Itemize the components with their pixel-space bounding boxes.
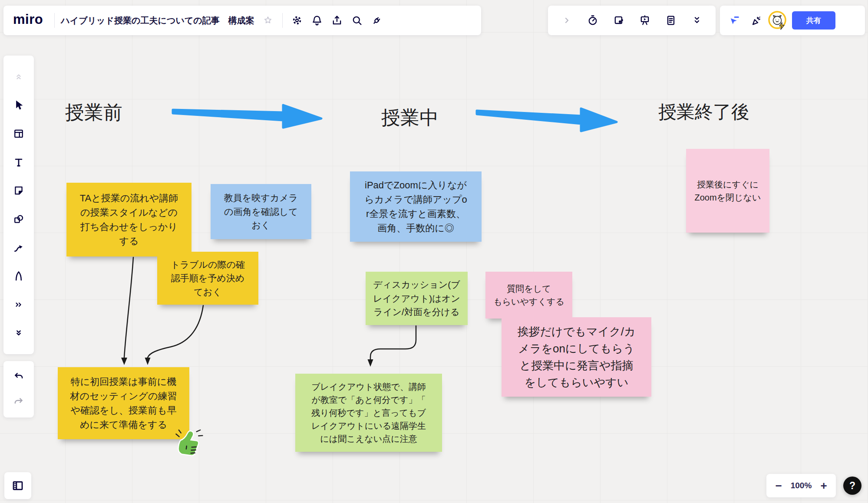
sticky-note-easy-questions[interactable]: 質問をして もらいやすくする [485,272,572,319]
collapse-down-chevrons-icon[interactable] [9,323,29,343]
sticky-note-keep-zoom-open[interactable]: 授業後にすぐに Zoomを閉じない [686,149,769,233]
favorite-star-icon[interactable] [258,10,278,30]
connector-ta-to-setup[interactable] [121,257,133,365]
timer-icon[interactable] [583,10,603,30]
creation-toolbar [3,56,34,354]
sticky-note-breakout-warning[interactable]: ブレイクアウト状態で、講師 が教室で「あと何分です」「 残り何秒です」と言っても… [295,374,442,452]
expand-chevron-icon[interactable] [557,10,577,30]
top-toolbar: miro ハイブリッド授業の工夫についての記事 構成案 [3,6,481,35]
sticky-note-mic-camera-on[interactable]: 挨拶だけでもマイク/カ メラをonにしてもらう と授業中に発言や指摘 をしてもら… [502,317,651,397]
notifications-bell-icon[interactable] [307,10,327,30]
sticky-note-first-class-setup[interactable]: 特に初回授業は事前に機 材のセッティングの練習 や確認をし、授業前も早 めに来て… [58,367,189,439]
sticky-note-camera-angle[interactable]: 教員を映すカメラ の画角を確認して おく [211,184,311,239]
divider [54,13,55,28]
sticky-note-tool-icon[interactable] [9,181,29,201]
hide-toolbar-chevrons-icon[interactable] [687,10,707,30]
zoom-in-button[interactable]: + [816,476,832,496]
history-toolbar [3,361,34,418]
flow-arrow-before-to-during[interactable] [173,105,321,128]
zoom-controls: − 100% + [766,474,836,497]
miro-board-canvas: 授業前 授業中 授業終了後 TAと授業の流れや講師 の授業スタイルなどの 打ち合… [0,0,868,503]
templates-frame-icon[interactable] [9,124,29,144]
user-avatar[interactable] [768,10,788,30]
frame-dot-icon[interactable] [609,10,629,30]
reactions-party-popper-icon[interactable] [746,10,766,30]
search-icon[interactable] [347,10,367,30]
text-tool-icon[interactable] [9,152,29,172]
connector-trouble-to-setup[interactable] [145,306,204,365]
apps-plug-icon[interactable] [367,10,387,30]
notes-document-icon[interactable] [661,10,681,30]
presentation-icon[interactable] [635,10,655,30]
section-header-during-class[interactable]: 授業中 [381,105,439,131]
presence-toolbar: 共有 [720,6,865,35]
section-header-before-class[interactable]: 授業前 [65,100,122,125]
collapse-up-chevrons-icon[interactable] [9,67,29,87]
share-button[interactable]: 共有 [792,11,835,30]
undo-icon[interactable] [9,367,29,387]
flow-arrow-during-to-after[interactable] [477,108,617,131]
miro-logo[interactable]: miro [8,12,50,29]
sticky-note-discussion-split[interactable]: ディスカッション(ブ レイクアウト)はオン ライン/対面を分ける [366,272,468,325]
redo-icon[interactable] [9,392,29,412]
sticky-note-ta-meeting[interactable]: TAと授業の流れや講師 の授業スタイルなどの 打ち合わせをしっかり する [66,183,191,256]
zoom-out-button[interactable]: − [771,476,786,496]
sticky-note-trouble-steps[interactable]: トラブルの際の確 認手順を予め決め ておく [157,252,258,305]
help-button[interactable]: ? [843,477,861,495]
collaboration-toolbar [548,6,716,35]
select-cursor-icon[interactable] [9,95,29,115]
sticky-note-ipad-zoom[interactable]: iPadでZoomに入りなが らカメラで講師アップo r全景を流すと画素数、 画… [350,171,482,242]
board-title[interactable]: ハイブリッド授業の工夫についての記事 構成案 [59,15,257,26]
shapes-tool-icon[interactable] [9,209,29,229]
connection-line-tool-icon[interactable] [9,237,29,257]
export-upload-icon[interactable] [327,10,347,30]
more-tools-chevrons-icon[interactable] [9,295,29,315]
zoom-level[interactable]: 100% [791,481,812,490]
divider [282,13,283,28]
connector-discussion-to-breakout[interactable] [368,326,416,367]
frames-panel-button[interactable] [4,472,31,499]
follow-cursor-icon[interactable] [724,10,744,30]
settings-gear-icon[interactable] [287,10,307,30]
pen-tool-icon[interactable] [9,266,29,286]
section-header-after-class[interactable]: 授業終了後 [658,100,749,124]
